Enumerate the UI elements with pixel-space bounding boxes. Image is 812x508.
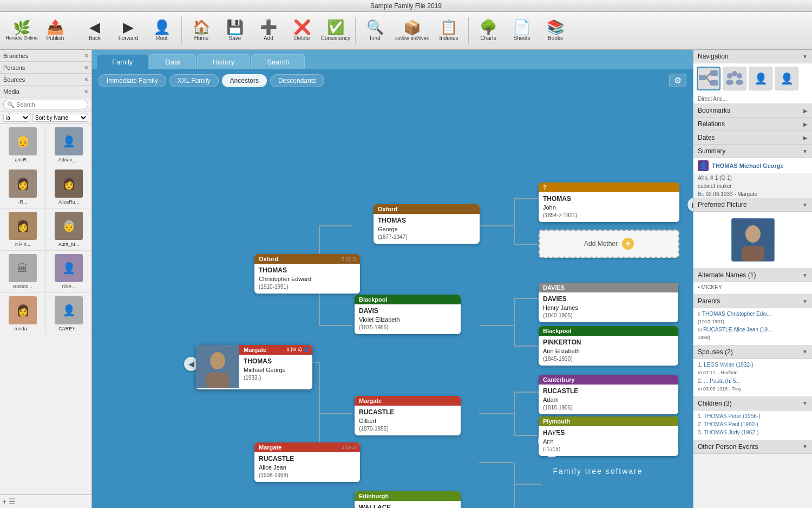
add-button[interactable]: ➕ Add: [252, 15, 285, 47]
svg-rect-32: [206, 373, 229, 388]
card-thomas-george[interactable]: Oxford THOMAS George (1877-1947): [374, 204, 480, 244]
father-label: F: [698, 311, 702, 317]
card-davies-henry[interactable]: DAVIES DAVIES Henry James (1840-1905): [539, 283, 678, 322]
find-icon: 🔍: [366, 20, 384, 34]
indexes-button[interactable]: 📋 Indexes: [433, 15, 465, 47]
back-button[interactable]: ◀ Back: [78, 15, 111, 47]
right-nav-arrow-top[interactable]: ▶: [687, 198, 693, 212]
rucastle-adam-body: RUCASTLE Adam (1818-1906): [539, 385, 678, 414]
rs-relations-header[interactable]: Relations ▶: [693, 118, 812, 131]
sidebar-add-btn[interactable]: +: [2, 497, 6, 506]
nav-thumb-anc-icon2[interactable]: 👤: [775, 67, 798, 90]
nav-thumb-group[interactable]: [723, 67, 746, 90]
summary-birth-value: 02.06.1933 - Margate: [705, 191, 757, 197]
root-button[interactable]: 👤 Root: [146, 15, 178, 47]
svg-rect-38: [710, 70, 718, 76]
rs-summary-header[interactable]: Summary ▼: [693, 145, 812, 158]
add-mother-btn[interactable]: +: [622, 238, 634, 250]
search-input[interactable]: [3, 100, 88, 109]
card-wallace-brenda[interactable]: Edinburgh WALLACE Brenda (1873-1937): [355, 491, 461, 508]
sidebar-item-boston[interactable]: 🏛 Boston...: [0, 251, 46, 292]
home-button[interactable]: 🏠 Home: [185, 15, 218, 47]
davies-henry-place: DAVIES: [539, 283, 678, 292]
card-thomas-michael[interactable]: Margate 1 (G 1) 👤 THOMAS Michael George …: [196, 345, 312, 389]
rs-preferred-picture-header[interactable]: Preferred Picture ▼: [693, 198, 812, 212]
books-button[interactable]: 📚 Books: [539, 15, 572, 47]
charts-icon: 🌳: [480, 20, 497, 34]
media-close[interactable]: ×: [84, 87, 88, 95]
sidebar-item-carey[interactable]: 👤 CAREY...: [46, 293, 91, 335]
people-row-2: 👩 -R... 👩 AliceRu...: [0, 166, 91, 209]
svg-rect-39: [710, 80, 718, 86]
rs-other-events-header[interactable]: Other Person Events ▼: [693, 440, 812, 454]
sidebar-item-ann-pin[interactable]: 👩 n Pin...: [0, 209, 46, 250]
sidebar-bottom: + ☰: [0, 494, 91, 508]
other-events-arrow: ▼: [802, 444, 808, 450]
sheets-button[interactable]: 📄 Sheets: [506, 15, 538, 47]
online-archives-button[interactable]: 📦 Online archives: [392, 15, 431, 47]
back-icon: ◀: [89, 20, 100, 34]
card-thomas-christopher[interactable]: Oxford 2 (G 2) THOMAS Christopher Edward…: [254, 254, 360, 294]
sidebar-item-alice-r[interactable]: 👩 -R...: [0, 166, 46, 208]
books-icon: 📚: [547, 20, 564, 34]
card-pinkerton-ann[interactable]: Blackpool PINKERTON Ann Elizabeth (1845-…: [539, 326, 678, 366]
spouse-2-prefix: 2.: [698, 378, 704, 384]
sidebar-item-adrian[interactable]: 👤 Adrian_...: [46, 124, 91, 166]
svg-line-36: [542, 445, 556, 449]
sidebar-item-aunt-m[interactable]: 👵 Aunt_M...: [46, 209, 91, 250]
publish-button[interactable]: 📤 Publish: [39, 15, 71, 47]
sidebar-item-brncke[interactable]: 👤 rcke...: [46, 251, 91, 292]
tab-search[interactable]: Search: [251, 54, 305, 69]
boston-name: Boston...: [13, 284, 32, 289]
save-button[interactable]: 💾 Save: [219, 15, 251, 47]
forward-button[interactable]: ▶ Forward: [112, 15, 145, 47]
settings-button[interactable]: ⚙: [669, 74, 686, 87]
add-mother-card[interactable]: Add Mother +: [539, 230, 679, 258]
brncke-name: rcke...: [62, 284, 76, 289]
tab-history[interactable]: History: [197, 54, 250, 69]
sidebar-item-adam-r[interactable]: 👴 am R...: [0, 124, 46, 166]
svg-line-35: [543, 439, 554, 445]
card-rucastle-alice[interactable]: Margate 3 (G 2) RUCASTLE Alice Jean (190…: [254, 442, 360, 482]
subtab-descendants[interactable]: Descendants: [270, 74, 324, 87]
rs-navigation-header[interactable]: Navigation ▼: [693, 50, 812, 63]
card-thomas-john[interactable]: ? THOMAS John (1854-> 1921): [539, 183, 679, 222]
rs-alt-names-header[interactable]: Alternate Names (1) ▼: [693, 269, 812, 282]
card-rucastle-gilbert[interactable]: Margate RUCASTLE Gilbert (1870-1955): [355, 396, 461, 435]
left-sidebar: Branches × Persons × Sources × Media × i…: [0, 50, 92, 508]
find-button[interactable]: 🔍 Find: [359, 15, 391, 47]
adrian-name: Adrian_...: [58, 157, 80, 162]
sidebar-list-btn[interactable]: ☰: [9, 497, 16, 506]
sidebar-item-brenda[interactable]: 👩 renda...: [0, 293, 46, 335]
branches-label: Branches: [3, 53, 28, 59]
branches-close[interactable]: ×: [84, 51, 88, 60]
sort-select[interactable]: Sort by Name: [32, 114, 88, 122]
tab-data[interactable]: Data: [149, 54, 195, 69]
tree-area[interactable]: ◀ ▶ Margate 1 (G 1) 👤: [92, 92, 693, 508]
charts-button[interactable]: 🌳 Charts: [472, 15, 505, 47]
rs-children-header[interactable]: Children (3) ▼: [693, 397, 812, 411]
summary-ahn: Ahn. # 1 (G 1): [693, 174, 812, 182]
heredis-online-button[interactable]: 🌿 Heredis Online: [5, 15, 38, 47]
tab-family[interactable]: Family: [96, 54, 148, 69]
rs-dates-header[interactable]: Dates ▶: [693, 131, 812, 145]
nav-thumb-anc-icon[interactable]: 👤: [749, 67, 772, 90]
persons-close[interactable]: ×: [84, 63, 88, 71]
subtab-immediate[interactable]: Immediate Family: [99, 74, 166, 87]
card-davis-violet[interactable]: Blackpool DAVIS Violet Elizabeth (1875-1…: [355, 295, 461, 334]
subtab-ancestors[interactable]: Ancestors: [222, 74, 267, 87]
sources-close[interactable]: ×: [84, 75, 88, 83]
consistency-button[interactable]: ✅ Consistency: [319, 15, 352, 47]
card-rucastle-adam[interactable]: Canterbury RUCASTLE Adam (1818-1906): [539, 375, 678, 414]
sidebar-search-area: [0, 97, 91, 112]
spouses-label: Spouses (2): [698, 348, 733, 356]
nav-thumb-direct-anc[interactable]: [697, 67, 721, 90]
delete-button[interactable]: ❌ Delete: [286, 15, 318, 47]
rs-bookmarks-header[interactable]: Bookmarks ▶: [693, 104, 812, 118]
subtab-xxl[interactable]: XXL Family: [169, 74, 219, 87]
filter-select[interactable]: ia: [3, 114, 30, 122]
hayes-ann-place: Plymouth: [539, 416, 678, 426]
sidebar-item-alice-ru[interactable]: 👩 AliceRu...: [46, 166, 91, 208]
rs-parents-header[interactable]: Parents ▼: [693, 295, 812, 308]
rs-spouses-header[interactable]: Spouses (2) ▼: [693, 346, 812, 359]
